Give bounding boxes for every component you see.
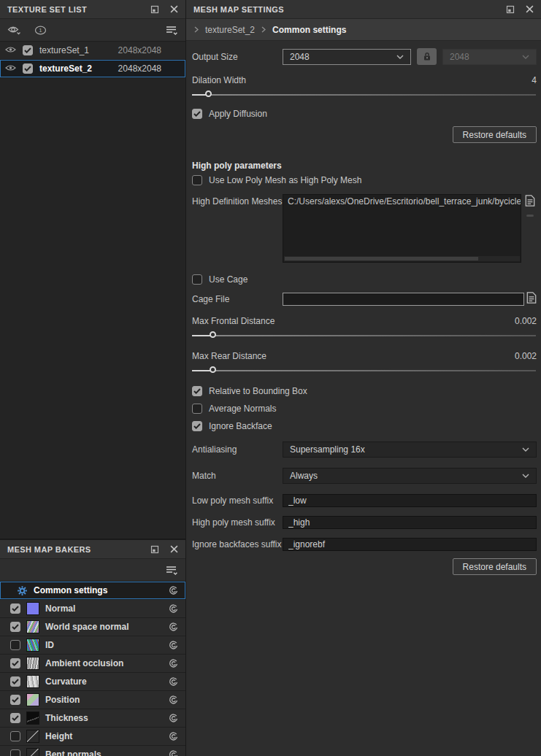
linked-settings-icon[interactable]	[168, 640, 179, 651]
use-cage-checkbox[interactable]	[192, 274, 202, 285]
max-frontal-distance-label: Max Frontal Distance	[192, 316, 275, 326]
ignorebf-suffix-input[interactable]	[283, 538, 537, 551]
slider-handle[interactable]	[210, 331, 216, 338]
baker-row-common-settings[interactable]: Common settings	[0, 582, 185, 600]
float-window-icon[interactable]	[506, 5, 515, 14]
filter-icon[interactable]	[165, 25, 178, 36]
cage-file-row: Cage File	[192, 292, 537, 306]
high-definition-meshes-row: High Definition Meshes C:/Users/alexs/On…	[192, 194, 537, 263]
linked-settings-icon[interactable]	[168, 731, 179, 742]
eye-solo-icon[interactable]: 1	[34, 25, 47, 36]
baker-checkbox[interactable]	[10, 695, 20, 705]
baker-row-normal[interactable]: Normal	[0, 600, 185, 618]
baker-thumbnail	[26, 693, 39, 706]
float-window-icon[interactable]	[150, 545, 159, 554]
texture-set-row-selected[interactable]: textureSet_2 2048x2048	[0, 60, 185, 78]
float-window-icon[interactable]	[150, 5, 159, 14]
linked-settings-icon[interactable]	[168, 713, 179, 724]
baker-row-bent-normals[interactable]: Bent normals	[0, 746, 185, 756]
eye-icon[interactable]	[5, 63, 16, 74]
output-size-locked-value: 2048	[450, 52, 469, 62]
use-low-as-high-checkbox[interactable]	[192, 175, 202, 185]
baker-row-id[interactable]: ID	[0, 636, 185, 655]
eye-icon[interactable]	[5, 45, 16, 55]
linked-settings-icon[interactable]	[168, 603, 179, 614]
baker-row-position[interactable]: Position	[0, 691, 185, 709]
horizontal-scrollbar[interactable]	[284, 256, 520, 261]
linked-settings-icon[interactable]	[168, 658, 179, 669]
scrollbar-grip	[526, 215, 534, 217]
apply-diffusion-checkbox[interactable]	[192, 109, 202, 119]
match-dropdown[interactable]: Always	[283, 468, 537, 484]
baker-row-curvature[interactable]: Curvature	[0, 673, 185, 691]
svg-text:1: 1	[39, 27, 42, 34]
relative-bbox-checkbox[interactable]	[192, 386, 202, 396]
high-definition-meshes-list[interactable]: C:/Users/alexs/OneDrive/Escritorio/bell_…	[283, 194, 521, 263]
baker-checkbox[interactable]	[10, 658, 20, 668]
file-browse-icon[interactable]	[525, 195, 535, 209]
chevron-right-icon	[261, 25, 266, 35]
baker-row-world-space-normal[interactable]: World space normal	[0, 618, 185, 636]
match-label: Match	[192, 471, 283, 481]
linked-settings-icon[interactable]	[168, 676, 179, 687]
breadcrumb-texture-set[interactable]: textureSet_2	[205, 25, 255, 35]
file-browse-icon[interactable]	[526, 292, 537, 306]
high-suffix-row: High poly mesh suffix	[192, 516, 537, 529]
baker-row-thickness[interactable]: Thickness	[0, 709, 185, 728]
linked-settings-icon[interactable]	[168, 622, 179, 633]
baker-checkbox[interactable]	[10, 603, 20, 614]
antialiasing-dropdown[interactable]: Supersampling 16x	[283, 441, 537, 458]
use-low-as-high-label: Use Low Poly Mesh as High Poly Mesh	[209, 175, 361, 185]
texture-set-name: textureSet_2	[39, 63, 112, 74]
breadcrumb-current[interactable]: Common settings	[272, 25, 346, 35]
texture-set-list-panel: TEXTURE SET LIST 1	[0, 0, 185, 539]
baker-checkbox[interactable]	[10, 731, 20, 741]
linked-settings-icon[interactable]	[168, 749, 179, 756]
lock-ratio-button[interactable]	[417, 48, 437, 65]
baker-label: World space normal	[45, 622, 128, 632]
max-frontal-distance-value: 0.002	[515, 316, 537, 326]
restore-defaults-button[interactable]: Restore defaults	[453, 558, 537, 575]
texture-set-checkbox[interactable]	[23, 45, 33, 55]
baker-row-height[interactable]: Height	[0, 728, 185, 746]
output-size-dropdown[interactable]: 2048	[283, 49, 411, 65]
restore-defaults-button[interactable]: Restore defaults	[453, 126, 537, 143]
baker-label: Ambient occlusion	[45, 658, 123, 668]
average-normals-checkbox[interactable]	[192, 404, 202, 414]
slider-handle[interactable]	[205, 90, 212, 97]
cage-file-input[interactable]	[283, 293, 524, 306]
filter-icon[interactable]	[165, 565, 178, 576]
close-icon[interactable]	[170, 5, 178, 13]
output-size-locked-dropdown: 2048	[442, 49, 537, 65]
close-icon[interactable]	[526, 5, 534, 13]
baker-row-ambient-occlusion[interactable]: Ambient occlusion	[0, 655, 185, 673]
max-rear-distance-slider[interactable]	[192, 366, 536, 376]
texture-set-list-header: TEXTURE SET LIST	[0, 0, 185, 19]
eye-refresh-icon[interactable]	[7, 25, 21, 36]
settings-content: Output Size 2048 2048 Dilation Width 4	[186, 41, 541, 756]
baker-checkbox[interactable]	[10, 749, 20, 756]
ignorebf-suffix-row: Ignore backfaces suffix	[192, 538, 537, 551]
baker-checkbox[interactable]	[10, 640, 20, 650]
max-frontal-distance-slider[interactable]	[192, 331, 536, 341]
high-suffix-input[interactable]	[283, 516, 537, 529]
baker-checkbox[interactable]	[10, 676, 20, 687]
ignore-backface-row: Ignore Backface	[192, 421, 537, 431]
texture-set-checkbox[interactable]	[23, 63, 33, 74]
close-icon[interactable]	[170, 545, 178, 553]
linked-settings-icon[interactable]	[168, 585, 179, 596]
ignore-backface-checkbox[interactable]	[192, 421, 202, 431]
baker-checkbox[interactable]	[10, 622, 20, 632]
baker-checkbox[interactable]	[10, 713, 20, 723]
low-suffix-input[interactable]	[283, 494, 537, 507]
antialiasing-row: Antialiasing Supersampling 16x	[192, 441, 537, 458]
mesh-file-path[interactable]: C:/Users/alexs/OneDrive/Escritorio/bell_…	[283, 195, 521, 208]
linked-settings-icon[interactable]	[168, 695, 179, 706]
texture-set-resolution: 2048x2048	[118, 63, 180, 74]
texture-set-row[interactable]: textureSet_1 2048x2048	[0, 42, 185, 60]
slider-handle[interactable]	[210, 366, 216, 373]
dilation-width-slider[interactable]	[192, 90, 536, 100]
baker-thumbnail	[26, 675, 39, 688]
use-cage-row: Use Cage	[192, 274, 537, 285]
scrollbar-thumb[interactable]	[285, 257, 478, 261]
